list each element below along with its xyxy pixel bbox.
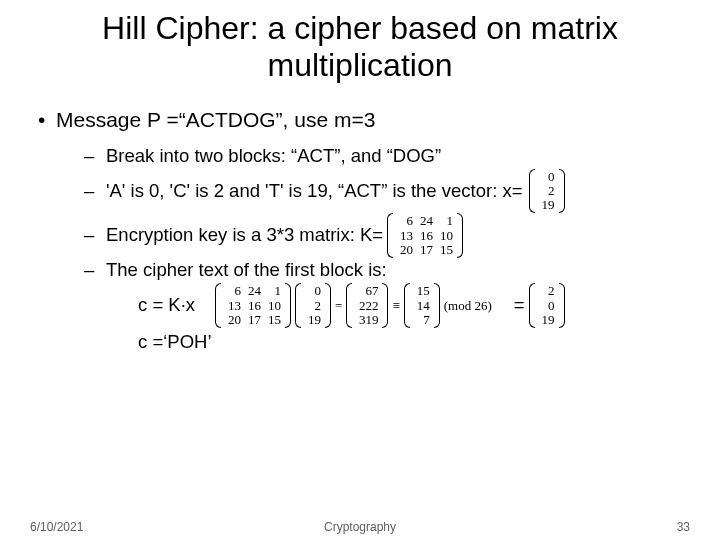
- bullet-level2-group: – Break into two blocks: “ACT”, and “DOG…: [84, 144, 690, 284]
- sub-bullet-2: – 'A' is 0, 'C' is 2 and 'T' is 19, “ACT…: [84, 169, 690, 214]
- equals-1: =: [335, 296, 342, 316]
- vector-result: 2 0 19: [529, 283, 565, 328]
- slide: Hill Cipher: a cipher based on matrix mu…: [0, 0, 720, 540]
- footer-page-number: 33: [677, 520, 690, 534]
- sub-bullet-4-text: The cipher text of the first block is:: [106, 258, 387, 283]
- vector-Kx-mod: 15 14 7: [404, 283, 440, 328]
- sub-bullet-3: – Encryption key is a 3*3 matrix: K= 624…: [84, 213, 690, 258]
- vector-Kx-raw: 67 222 319: [346, 283, 388, 328]
- slide-title: Hill Cipher: a cipher based on matrix mu…: [30, 10, 690, 84]
- mod-label: (mod 26): [444, 296, 492, 316]
- vector-x: 0 2 19: [529, 169, 565, 214]
- sub-bullet-1: – Break into two blocks: “ACT”, and “DOG…: [84, 144, 690, 169]
- matrix-K: 6241 131610 201715: [387, 213, 463, 258]
- sub-bullet-1-text: Break into two blocks: “ACT”, and “DOG”: [106, 144, 441, 169]
- dash-icon: –: [84, 144, 106, 169]
- dash-icon: –: [84, 258, 106, 283]
- sub-bullet-2-text: 'A' is 0, 'C' is 2 and 'T' is 19, “ACT” …: [106, 179, 523, 204]
- bullet-dot-icon: •: [38, 108, 56, 132]
- matrix-K-copy: 6241 131610 201715: [215, 283, 291, 328]
- cipher-result-line: c =‘POH’: [138, 328, 690, 357]
- vector-x-copy: 0 2 19: [295, 283, 331, 328]
- equals-2: =: [514, 291, 525, 320]
- sub-bullet-3-text: Encryption key is a 3*3 matrix: K=: [106, 223, 383, 248]
- l1-text: Message P =“ACTDOG”, use m=3: [56, 108, 375, 131]
- bullet-level1: •Message P =“ACTDOG”, use m=3: [38, 108, 690, 132]
- eq-lhs: c = K·x: [138, 291, 195, 320]
- dash-icon: –: [84, 223, 106, 248]
- equiv-sign: ≡: [392, 296, 399, 316]
- dash-icon: –: [84, 179, 106, 204]
- cipher-equation-line: c = K·x 6241 131610 201715 0 2 19 =: [138, 283, 690, 328]
- footer-center: Cryptography: [0, 520, 720, 534]
- sub-bullet-4: – The cipher text of the first block is:: [84, 258, 690, 283]
- cipher-result-text: c =‘POH’: [138, 328, 212, 357]
